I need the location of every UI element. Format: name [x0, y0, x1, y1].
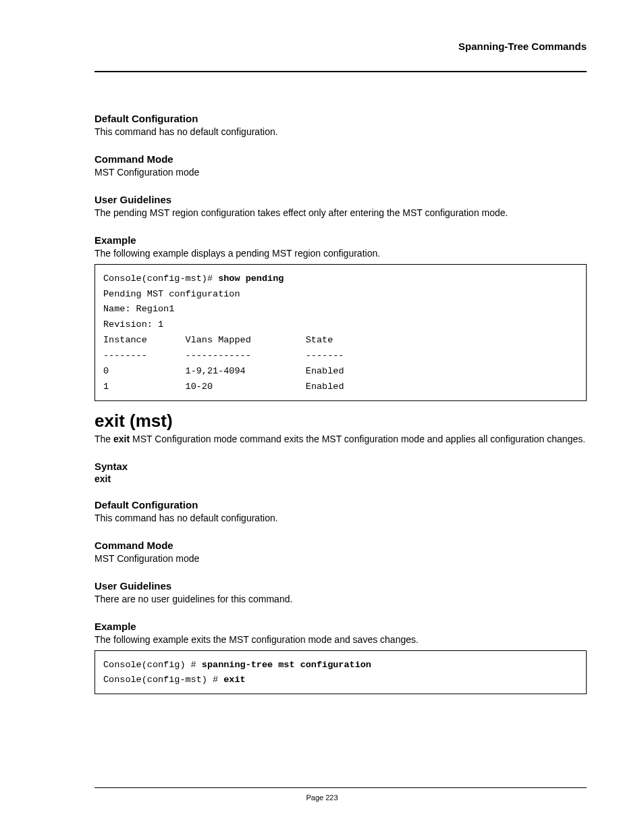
- code-prompt: Console(config-mst) #: [103, 675, 223, 685]
- code-command: exit: [223, 675, 245, 685]
- section-heading-default-config: Default Configuration: [95, 113, 587, 124]
- code-col: Enabled: [306, 382, 344, 392]
- code-output: Revision: 1: [103, 319, 163, 330]
- section-heading-syntax: Syntax: [95, 461, 587, 472]
- text: The: [95, 434, 113, 444]
- section-heading-example: Example: [95, 234, 587, 246]
- body-text: MST Configuration mode: [95, 552, 587, 565]
- code-col: 1: [103, 382, 109, 392]
- code-command: spanning-tree mst configuration: [202, 660, 371, 670]
- command-heading: exit (mst): [95, 411, 587, 432]
- page-footer: Page 223: [0, 787, 644, 802]
- page-number: Page 223: [0, 793, 644, 802]
- code-col: ------------: [186, 350, 251, 361]
- body-text: MST Configuration mode: [95, 166, 587, 179]
- page-content: Spanning-Tree Commands Default Configura…: [0, 0, 644, 731]
- section-heading-command-mode: Command Mode: [95, 540, 587, 551]
- section-heading-user-guidelines: User Guidelines: [95, 580, 587, 592]
- code-col: --------: [103, 350, 147, 361]
- syntax-word: exit: [95, 473, 587, 484]
- section-heading-user-guidelines: User Guidelines: [95, 194, 587, 205]
- command-description: The exit MST Configuration mode command …: [95, 433, 587, 446]
- body-text: The following example displays a pending…: [95, 247, 587, 260]
- code-command: show pending: [218, 273, 284, 284]
- code-col: State: [306, 335, 333, 345]
- section-heading-example: Example: [95, 621, 587, 632]
- section-heading-default-config: Default Configuration: [95, 499, 587, 511]
- code-prompt: Console(config) #: [103, 660, 202, 670]
- code-col: 0: [103, 366, 109, 376]
- text: MST Configuration mode command exits the…: [130, 434, 585, 444]
- code-col: Vlans Mapped: [186, 335, 251, 345]
- code-col: -------: [306, 350, 344, 361]
- code-block-exit: Console(config) # spanning-tree mst conf…: [95, 650, 587, 695]
- body-text: The following example exits the MST conf…: [95, 633, 587, 646]
- code-col: Enabled: [306, 366, 344, 376]
- body-text: The pending MST region configuration tak…: [95, 207, 587, 219]
- section-heading-command-mode: Command Mode: [95, 153, 587, 165]
- footer-rule: [95, 787, 587, 788]
- code-col: Instance: [103, 335, 147, 345]
- body-text: This command has no default configuratio…: [95, 512, 587, 525]
- code-col: 10-20: [186, 382, 213, 392]
- code-output: Name: Region1: [103, 304, 174, 314]
- code-output: Pending MST configuration: [103, 289, 240, 299]
- header-rule: [95, 71, 587, 72]
- code-block-show-pending: Console(config-mst)# show pending Pendin…: [95, 264, 587, 402]
- body-text: This command has no default configuratio…: [95, 126, 587, 138]
- body-text: There are no user guidelines for this co…: [95, 593, 587, 606]
- code-prompt: Console(config-mst)#: [103, 273, 218, 284]
- text-bold: exit: [113, 434, 130, 444]
- running-header: Spanning-Tree Commands: [95, 41, 587, 52]
- code-col: 1-9,21-4094: [186, 366, 246, 376]
